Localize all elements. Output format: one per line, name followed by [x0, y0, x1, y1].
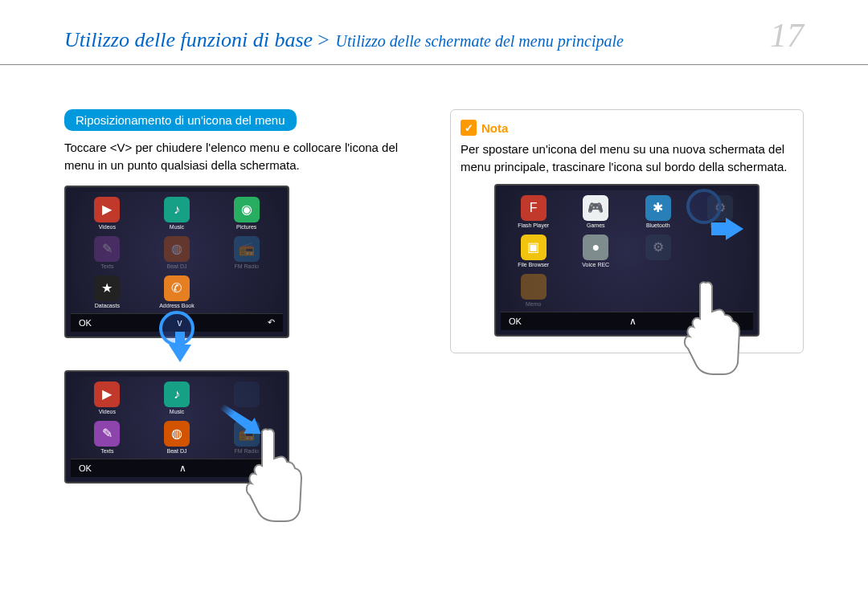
- breadcrumb-sub: Utilizzo delle schermate del menu princi…: [336, 32, 624, 50]
- addressbook-icon: ✆Address Book: [144, 274, 211, 310]
- device-screenshot-1: ▶Videos ♪Music ◉Pictures ✎Texts ◍Beat DJ…: [64, 186, 289, 338]
- note-text: Per spostare un'icona del menu su una nu…: [461, 141, 793, 176]
- beatdj-icon: ◍Beat DJ: [144, 235, 211, 271]
- fmradio-icon: 📻FM Radio: [213, 235, 280, 271]
- hand-pointer-icon: [235, 422, 308, 526]
- ok-button: OK: [509, 316, 522, 326]
- memo-icon: Memo: [504, 272, 563, 308]
- breadcrumb-main: Utilizzo delle funzioni di base: [64, 28, 313, 51]
- bluetooth-icon: ✱Bluetooth: [628, 194, 688, 230]
- music-icon: ♪Music: [144, 380, 211, 416]
- note-box: ✓ Nota Per spostare un'icona del menu su…: [450, 109, 804, 353]
- datacasts-icon: ★Datacasts: [74, 274, 141, 310]
- beatdj-icon: ◍Beat DJ: [144, 419, 211, 455]
- ok-button: OK: [79, 318, 92, 328]
- touch-highlight: [686, 189, 722, 224]
- right-column: ✓ Nota Per spostare un'icona del menu su…: [450, 109, 804, 490]
- texts-icon: ✎Texts: [74, 235, 141, 271]
- videos-icon: ▶Videos: [74, 380, 141, 416]
- chevron-up-icon: ∧: [179, 463, 186, 474]
- note-label: Nota: [481, 121, 508, 135]
- hand-pointer-icon: [674, 275, 746, 379]
- body-text: Toccare <V> per chiudere l'elenco menu e…: [64, 139, 418, 174]
- filebrowser-icon: ▣File Browser: [504, 233, 563, 269]
- left-column: Riposizionamento di un'icona del menu To…: [64, 109, 418, 490]
- section-heading: Riposizionamento di un'icona del menu: [64, 109, 297, 131]
- page-number: 17: [770, 16, 804, 55]
- drag-arrow-right-icon: [726, 218, 743, 240]
- arrow-down-icon: [169, 345, 191, 362]
- device-screenshot-2: ▶Videos ♪Music ✎Texts ◍Beat DJ 📻FM Radio…: [64, 370, 289, 483]
- music-icon: ♪Music: [144, 195, 211, 231]
- note-check-icon: ✓: [461, 120, 477, 136]
- breadcrumb-separator: >: [317, 28, 336, 51]
- videos-icon: ▶Videos: [74, 195, 141, 231]
- settings-icon: ⚙: [628, 233, 688, 269]
- chevron-up-icon: ∧: [629, 316, 637, 327]
- breadcrumb: Utilizzo delle funzioni di base > Utiliz…: [64, 28, 624, 52]
- page-header: Utilizzo delle funzioni di base > Utiliz…: [0, 0, 868, 65]
- flashplayer-icon: FFlash Player: [504, 194, 563, 230]
- pictures-icon: ◉Pictures: [213, 195, 280, 231]
- device-screenshot-note: FFlash Player 🎮Games ✱Bluetooth ⚙Setting…: [494, 184, 760, 337]
- texts-icon: ✎Texts: [74, 419, 141, 455]
- games-icon: 🎮Games: [567, 194, 626, 230]
- back-icon: ↶: [268, 317, 275, 328]
- voicerec-icon: ●Voice REC: [567, 233, 626, 269]
- ok-button: OK: [79, 463, 92, 473]
